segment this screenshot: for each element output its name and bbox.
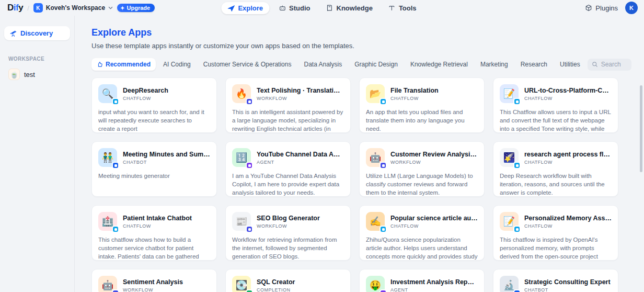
- card-type: WORKFLOW: [123, 287, 210, 292]
- app-cards-grid: 🔍 DeepResearch CHATFLOW input what you w…: [91, 77, 618, 292]
- tab-utilities[interactable]: Utilities: [555, 58, 585, 71]
- nav-tab-explore[interactable]: Explore: [221, 2, 269, 14]
- app-icon: 🤖: [366, 148, 385, 167]
- sidebar-item-discovery[interactable]: Discovery: [4, 26, 70, 40]
- robot-icon: [279, 4, 286, 12]
- workspace-name: Koveh's Workspace: [46, 4, 105, 12]
- app-icon: 📂: [366, 84, 385, 103]
- card-type: CHATBOT: [524, 287, 612, 292]
- app-card-meeting-minutes[interactable]: 👬 Meeting Minutes and Summary CHATBOT Me…: [91, 141, 217, 197]
- card-description: This chatflow is inspired by OpenAI's pe…: [500, 235, 612, 261]
- workspace-avatar: K: [33, 3, 43, 13]
- app-card-text-polishing[interactable]: 🔥 Text Polishing · Translation Tool WORK…: [225, 77, 351, 133]
- card-type: AGENT: [257, 160, 344, 165]
- card-type: COMPLETION: [257, 287, 344, 292]
- card-type: AGENT: [390, 287, 478, 292]
- app-card-investment-analysis[interactable]: 🤑 Investment Analysis Report Copilot AGE…: [359, 269, 485, 292]
- app-type-badge: [246, 98, 253, 105]
- card-description: This is an intelligent assistant powered…: [232, 108, 344, 133]
- card-title: SQL Creator: [257, 278, 344, 286]
- app-icon: 🔬: [500, 276, 519, 292]
- app-card-popular-science[interactable]: ✍️ Popular science article author (neste…: [359, 205, 485, 261]
- card-type: CHATFLOW: [123, 96, 210, 101]
- card-title: File Translation: [390, 87, 478, 94]
- app-card-sql-creator[interactable]: 💽 SQL Creator COMPLETION Write SQL from …: [225, 269, 351, 292]
- card-type: CHATFLOW: [524, 223, 612, 229]
- app-type-badge: [513, 226, 521, 233]
- app-card-url-copywriting[interactable]: 📝 URL-to-Cross-Platform-Copywriting CHAT…: [493, 77, 618, 133]
- app-card-patient-intake[interactable]: 🏥 Patient Intake Chatbot CHATFLOW This c…: [91, 205, 217, 261]
- app-icon: 🌠: [500, 148, 519, 167]
- app-type-badge: [380, 162, 387, 169]
- tab-recommended[interactable]: Recommended: [91, 58, 156, 71]
- sidebar: Discovery WORKSPACE 🍵 test: [0, 16, 75, 292]
- search-box: [588, 59, 631, 71]
- upgrade-button[interactable]: ✦ Upgrade: [117, 4, 155, 12]
- card-description: Workflow for retrieving information from…: [232, 235, 344, 261]
- card-title: DeepResearch: [123, 87, 210, 94]
- app-card-file-translation[interactable]: 📂 File Translation CHATFLOW An app that …: [359, 77, 485, 133]
- app-type-badge: [246, 289, 253, 292]
- tab-marketing[interactable]: Marketing: [475, 58, 513, 71]
- app-card-deepresearch[interactable]: 🔍 DeepResearch CHATFLOW input what you w…: [91, 77, 217, 133]
- card-title: Strategic Consulting Expert: [524, 278, 612, 286]
- card-type: WORKFLOW: [390, 160, 478, 165]
- sidebar-item-test-app[interactable]: 🍵 test: [4, 66, 70, 83]
- app-icon: 📝: [500, 212, 519, 231]
- app-card-strategic-consulting[interactable]: 🔬 Strategic Consulting Expert CHATBOT I …: [493, 269, 618, 292]
- app-icon: 🔍: [98, 84, 117, 103]
- app-card-youtube-analysis[interactable]: 🔢 YouTube Channel Data Analysis AGENT I …: [225, 141, 351, 197]
- plugins-icon: [585, 4, 592, 12]
- nav-tab-studio[interactable]: Studio: [272, 2, 316, 14]
- tab-knowledge-retrieval[interactable]: Knowledge Retrieval: [405, 58, 473, 71]
- main-nav: Explore Studio Knowledge Tools: [221, 2, 422, 14]
- app-card-sentiment-analysis[interactable]: 🤖 Sentiment Analysis WORKFLOW Batch sent…: [91, 269, 217, 292]
- app-icon: 🔥: [232, 84, 251, 103]
- app-icon: ✍️: [366, 212, 385, 231]
- tab-research[interactable]: Research: [515, 58, 553, 71]
- thumbs-up-icon: [97, 61, 103, 68]
- card-type: CHATFLOW: [123, 223, 210, 229]
- tab-ai-coding[interactable]: AI Coding: [158, 58, 196, 71]
- app-icon: 🤖: [98, 276, 117, 292]
- app-card-memory-assistant[interactable]: 📝 Personalized Memory Assistant CHATFLOW…: [493, 205, 618, 261]
- app-icon: 🔢: [232, 148, 251, 167]
- nav-tab-tools[interactable]: Tools: [382, 2, 423, 14]
- app-card-customer-review[interactable]: 🤖 Customer Review Analysis Workflow WORK…: [359, 141, 485, 197]
- card-type: CHATFLOW: [524, 96, 612, 101]
- app-card-seo-blog[interactable]: 📰 SEO Blog Generator WORKFLOW Workflow f…: [225, 205, 351, 261]
- telescope-icon: [9, 30, 17, 37]
- workspace-switcher[interactable]: K Koveh's Workspace: [33, 3, 113, 13]
- app-icon: 🤑: [366, 276, 385, 292]
- card-description: An app that lets you upload files and tr…: [366, 108, 478, 133]
- card-description: This Chatflow allows users to input a UR…: [500, 108, 612, 133]
- app-icon: 👬: [98, 148, 117, 167]
- nav-tab-knowledge[interactable]: Knowledge: [320, 2, 379, 14]
- app-card-research-agent[interactable]: 🌠 research agent process flow CHATFLOW D…: [493, 141, 618, 197]
- discovery-label: Discovery: [20, 29, 53, 37]
- card-title: Patient Intake Chatbot: [123, 215, 210, 222]
- card-type: WORKFLOW: [257, 223, 344, 229]
- card-type: CHATBOT: [123, 160, 210, 165]
- plugins-button[interactable]: Plugins: [585, 4, 618, 12]
- vertical-scrollbar[interactable]: [640, 85, 642, 172]
- upgrade-label: Upgrade: [127, 5, 151, 11]
- hammer-icon: [388, 4, 396, 12]
- card-description: input what you want to search for, and i…: [98, 108, 210, 133]
- tab-graphic-design[interactable]: Graphic Design: [349, 58, 403, 71]
- app-type-badge: [112, 289, 119, 292]
- card-title: Personalized Memory Assistant: [524, 215, 612, 222]
- user-avatar[interactable]: K: [625, 2, 638, 14]
- app-emoji-icon: 🍵: [8, 69, 20, 80]
- category-tabs: Recommended AI Coding Customer Service &…: [91, 58, 631, 71]
- workspace-section-label: WORKSPACE: [8, 56, 70, 62]
- card-title: Sentiment Analysis: [123, 278, 210, 286]
- card-description: I am a YouTube Channel Data Analysis Cop…: [232, 172, 344, 197]
- app-type-badge: [112, 98, 119, 105]
- search-input[interactable]: [601, 61, 627, 68]
- card-title: Meeting Minutes and Summary: [123, 151, 210, 158]
- divider-slash: /: [27, 4, 29, 12]
- tab-customer-service[interactable]: Customer Service & Operations: [198, 58, 297, 71]
- app-name: test: [24, 71, 35, 78]
- tab-data-analysis[interactable]: Data Analysis: [298, 58, 347, 71]
